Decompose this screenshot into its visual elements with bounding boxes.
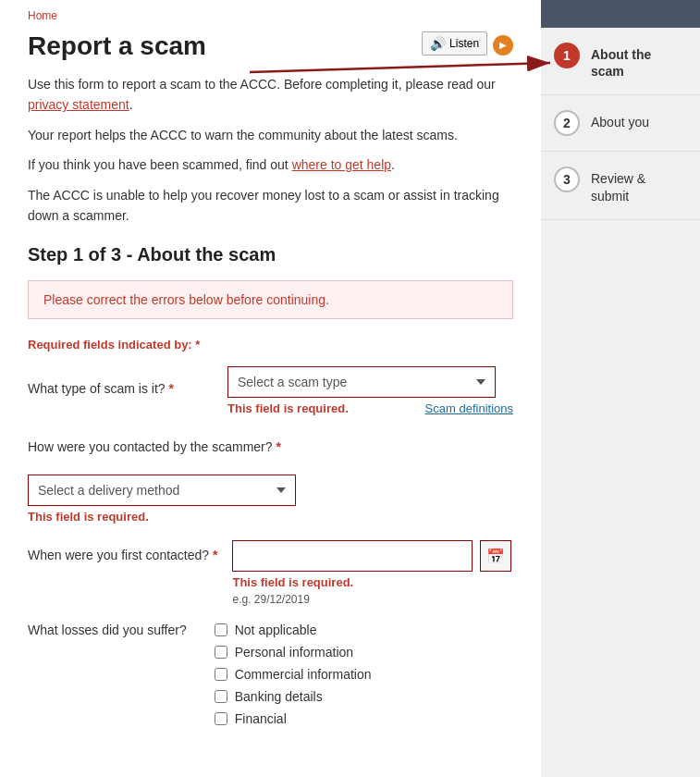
sidebar-step-label-3: Review & submit — [591, 166, 687, 204]
loss-checkbox-2[interactable] — [215, 668, 227, 681]
intro-paragraph-2: Your report helps the ACCC to warn the c… — [28, 125, 513, 145]
where-to-get-help-link[interactable]: where to get help — [292, 157, 391, 172]
play-button[interactable]: ▶ — [493, 35, 513, 56]
loss-checkbox-0[interactable] — [215, 623, 227, 636]
sidebar: 1 About the scam 2 About you 3 Review & … — [541, 0, 700, 777]
losses-label: What losses did you suffer? — [28, 623, 187, 726]
breadcrumb: Home — [28, 9, 513, 22]
first-contact-label: When were you first contacted? * — [28, 540, 217, 562]
listen-bar: 🔊 Listen ▶ — [422, 31, 513, 56]
sidebar-step-2[interactable]: 2 About you — [541, 95, 700, 152]
calendar-icon: 📅 — [486, 548, 505, 565]
required-note: Required fields indicated by: * — [28, 338, 513, 352]
loss-label-0: Not applicable — [235, 623, 317, 637]
first-contact-field: When were you first contacted? * 📅 This … — [28, 540, 513, 606]
loss-label-2: Commercial information — [235, 667, 372, 682]
sidebar-step-1[interactable]: 1 About the scam — [541, 28, 700, 95]
date-hint: e.g. 29/12/2019 — [232, 593, 511, 606]
home-link[interactable]: Home — [28, 9, 57, 22]
date-input-row: 📅 — [232, 540, 511, 572]
listen-label: Listen — [449, 37, 479, 50]
loss-checkbox-3[interactable] — [215, 690, 227, 703]
contact-method-label: How were you contacted by the scammer? * — [28, 432, 281, 454]
scam-type-field: What type of scam is it? * Select a scam… — [28, 366, 513, 415]
step-heading: Step 1 of 3 - About the scam — [28, 244, 513, 265]
step-circle-1: 1 — [554, 43, 580, 68]
loss-label-3: Banking details — [235, 689, 323, 704]
loss-option-0[interactable]: Not applicable — [215, 623, 372, 637]
listen-button[interactable]: 🔊 Listen — [422, 31, 487, 56]
scam-type-error: This field is required. — [227, 401, 349, 415]
calendar-button[interactable]: 📅 — [480, 540, 511, 572]
contact-method-select[interactable]: Select a delivery method — [28, 475, 296, 506]
sidebar-step-3[interactable]: 3 Review & submit — [541, 152, 700, 219]
contact-method-field: How were you contacted by the scammer? *… — [28, 432, 513, 524]
loss-checkbox-4[interactable] — [215, 712, 227, 725]
sidebar-dark-bar — [541, 0, 700, 28]
speaker-icon: 🔊 — [430, 36, 446, 51]
loss-label-1: Personal information — [235, 645, 353, 660]
losses-checkboxes: Not applicable Personal information Comm… — [215, 623, 372, 726]
scam-definitions-link[interactable]: Scam definitions — [425, 401, 513, 415]
intro-paragraph-3: If you think you have been scammed, find… — [28, 154, 513, 175]
contact-method-error: This field is required. — [28, 510, 513, 524]
loss-checkbox-1[interactable] — [215, 646, 227, 659]
sidebar-step-label-2: About you — [591, 110, 649, 130]
first-contact-error: This field is required. — [232, 575, 511, 589]
scam-type-select[interactable]: Select a scam type — [227, 366, 496, 398]
error-message-box: Please correct the errors below before c… — [28, 280, 513, 319]
intro-paragraph-4: The ACCC is unable to help you recover m… — [28, 185, 513, 227]
step-circle-2: 2 — [554, 110, 580, 136]
loss-option-1[interactable]: Personal information — [215, 645, 372, 660]
losses-field: What losses did you suffer? Not applicab… — [28, 623, 513, 726]
step-circle-3: 3 — [554, 166, 580, 192]
intro-paragraph-1: Use this form to report a scam to the AC… — [28, 74, 513, 116]
loss-option-3[interactable]: Banking details — [215, 689, 372, 704]
sidebar-step-label-1: About the scam — [591, 43, 687, 80]
privacy-link[interactable]: privacy statement — [28, 97, 129, 112]
loss-option-2[interactable]: Commercial information — [215, 667, 372, 682]
first-contact-input[interactable] — [232, 540, 473, 572]
loss-option-4[interactable]: Financial — [215, 711, 372, 726]
loss-label-4: Financial — [235, 711, 287, 726]
scam-type-label: What type of scam is it? * — [28, 381, 213, 396]
